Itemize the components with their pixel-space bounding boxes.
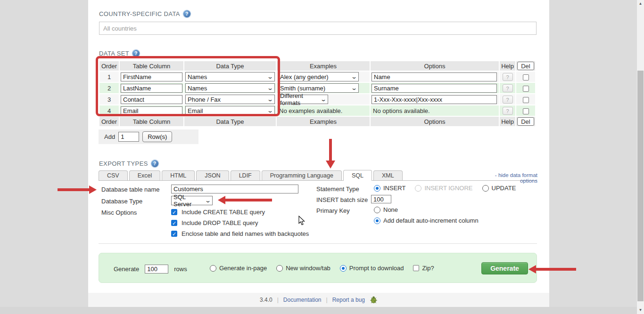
db-type-select[interactable]: SQL Server⌄ xyxy=(171,196,213,205)
generate-panel: Generate 100 rows Generate in-page New w… xyxy=(99,253,537,283)
example-select[interactable]: Different formats⌄ xyxy=(278,95,328,104)
add-rows-button[interactable]: Row(s) xyxy=(142,131,172,142)
report-a-bug-link[interactable]: Report a bug xyxy=(332,297,365,303)
add-rows-box: Add 1 Row(s) xyxy=(99,129,198,144)
example-select[interactable]: Alex (any gender)⌄ xyxy=(278,72,359,81)
mouse-cursor xyxy=(298,216,306,226)
export-heading: EXPORT TYPES xyxy=(99,160,148,167)
option-input[interactable]: 1-Xxx-Xxx-xxxx|Xxx-xxxx xyxy=(372,95,497,104)
radio-none[interactable] xyxy=(374,207,380,213)
help-icon[interactable]: ? xyxy=(151,160,158,167)
tab-ldif[interactable]: LDIF xyxy=(231,170,260,180)
db-table-name-input[interactable]: Customers xyxy=(171,185,298,193)
tab-json[interactable]: JSON xyxy=(196,170,229,180)
checkbox-checked[interactable]: ✓ xyxy=(171,209,177,215)
del-header-box: Del xyxy=(517,117,534,126)
delete-checkbox[interactable] xyxy=(523,74,529,81)
col-header-table-column: Table Column xyxy=(120,117,183,126)
footer-separator: | xyxy=(277,297,279,303)
radio-label: Prompt to download xyxy=(349,265,404,272)
zip-label: Zip? xyxy=(422,265,434,272)
delete-checkbox[interactable] xyxy=(523,86,529,92)
statement-type-label: Statement Type xyxy=(316,185,359,193)
tab-excel[interactable]: Excel xyxy=(129,170,161,180)
misc-option-row: ✓ Enclose table and field names with bac… xyxy=(171,230,309,237)
misc-option-row: ✓ Include DROP TABLE query xyxy=(171,219,258,226)
page-bottom-strip xyxy=(0,307,637,314)
checkbox-checked[interactable]: ✓ xyxy=(171,220,177,226)
radio-label: New window/tab xyxy=(286,265,330,272)
country-input[interactable]: All countries xyxy=(99,22,537,35)
col-header-help: Help xyxy=(500,117,515,126)
misc-option-label: Include DROP TABLE query xyxy=(182,219,258,226)
add-count-input[interactable]: 1 xyxy=(118,132,139,142)
no-examples-note: No examples available. xyxy=(277,105,370,116)
radio-label-disabled: INSERT IGNORE xyxy=(424,185,472,192)
no-options-note: No options available. xyxy=(371,105,499,116)
checkbox-checked[interactable]: ✓ xyxy=(171,231,177,237)
col-header-examples: Examples xyxy=(277,61,370,71)
radio-insert[interactable] xyxy=(374,185,380,192)
annotation-rectangle xyxy=(96,56,280,116)
delete-checkbox[interactable] xyxy=(523,97,529,103)
export-section-title: EXPORT TYPES ? xyxy=(99,160,158,167)
delete-checkbox[interactable] xyxy=(523,108,529,114)
documentation-link[interactable]: Documentation xyxy=(283,297,322,303)
rows-label: rows xyxy=(174,266,187,273)
version-text: 3.4.0 xyxy=(260,297,272,303)
hide-data-format-options-link[interactable]: - hide data format options xyxy=(478,172,537,184)
help-button[interactable]: ? xyxy=(503,96,513,104)
radio-label: Generate in-page xyxy=(219,265,267,272)
help-button[interactable]: ? xyxy=(503,84,513,92)
radio-label: Add default auto-increment column xyxy=(383,217,479,224)
footer-separator: | xyxy=(326,297,328,303)
chevron-down-icon: ⌄ xyxy=(205,199,211,202)
tab-html[interactable]: HTML xyxy=(162,170,195,180)
generate-destination-options: Generate in-page New window/tab Prompt t… xyxy=(210,265,434,272)
radio-auto-increment[interactable] xyxy=(374,217,380,224)
col-header-help: Help xyxy=(500,61,515,71)
bug-icon xyxy=(370,296,378,304)
vertical-scrollbar[interactable]: ▲ ▼ xyxy=(637,0,644,314)
country-section-title: COUNTRY-SPECIFIC DATA ? xyxy=(99,10,190,17)
add-label: Add xyxy=(104,133,115,140)
tab-csv[interactable]: CSV xyxy=(99,170,128,180)
radio-update[interactable] xyxy=(482,185,489,192)
radio-generate-in-page[interactable] xyxy=(210,265,216,272)
chevron-down-icon: ⌄ xyxy=(351,86,357,90)
misc-options-label: Misc Options xyxy=(101,209,137,216)
radio-insert-ignore xyxy=(415,185,421,192)
col-header-data-type: Data Type xyxy=(184,117,276,126)
section-divider xyxy=(99,243,537,244)
zip-checkbox[interactable] xyxy=(413,265,419,271)
generatedata-page: COUNTRY-SPECIFIC DATA ? All countries DA… xyxy=(0,0,644,314)
radio-prompt-to-download[interactable] xyxy=(340,265,347,272)
radio-new-window-tab[interactable] xyxy=(276,265,283,272)
scrollbar-thumb[interactable] xyxy=(637,71,644,301)
help-icon[interactable]: ? xyxy=(183,10,190,17)
generate-label: Generate xyxy=(114,266,139,273)
scroll-down-icon[interactable]: ▼ xyxy=(637,306,644,314)
tab-programming-language[interactable]: Programming Language xyxy=(262,170,342,180)
option-input[interactable]: Name xyxy=(372,72,497,81)
tab-sql[interactable]: SQL xyxy=(343,170,372,181)
scroll-up-icon[interactable]: ▲ xyxy=(637,0,644,8)
generate-rows-input[interactable]: 100 xyxy=(145,265,168,274)
radio-label: None xyxy=(383,206,398,213)
footer: 3.4.0 | Documentation | Report a bug xyxy=(88,293,549,307)
help-button[interactable]: ? xyxy=(503,73,513,81)
primary-key-option: Add default auto-increment column xyxy=(374,217,479,224)
generate-button[interactable]: Generate xyxy=(481,262,528,274)
db-type-label: Database Type xyxy=(101,198,142,205)
generate-rows-group: Generate 100 rows xyxy=(114,265,187,274)
misc-option-label: Include CREATE TABLE query xyxy=(182,209,265,216)
tab-xml[interactable]: XML xyxy=(373,170,403,180)
insert-batch-size-input[interactable]: 100 xyxy=(371,195,391,203)
example-select[interactable]: Smith (surname)⌄ xyxy=(278,83,359,93)
chevron-down-icon: ⌄ xyxy=(320,97,327,101)
db-table-name-label: Database table name xyxy=(101,186,160,193)
country-section-heading: COUNTRY-SPECIFIC DATA xyxy=(99,10,180,17)
primary-key-option: None xyxy=(374,206,398,213)
option-input[interactable]: Surname xyxy=(372,84,497,93)
help-button[interactable]: ? xyxy=(503,107,513,115)
